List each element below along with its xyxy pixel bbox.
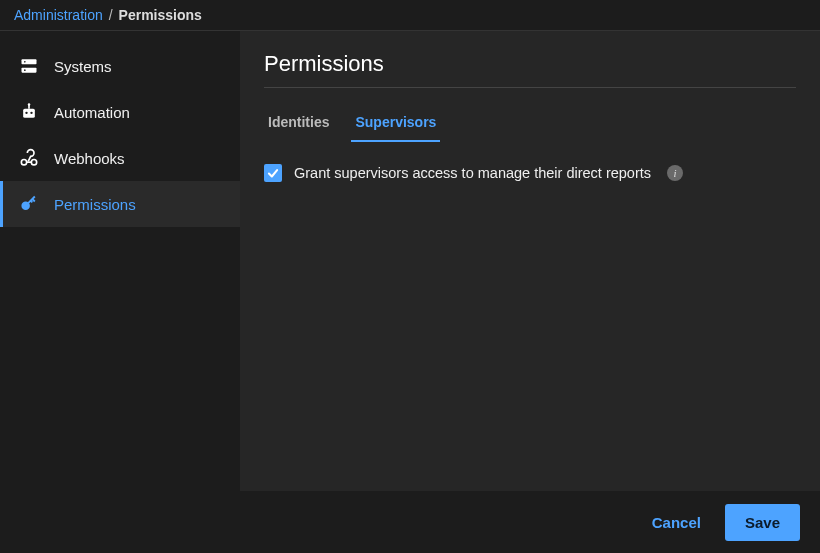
sidebar-item-label: Systems bbox=[54, 58, 112, 75]
cancel-button[interactable]: Cancel bbox=[646, 506, 707, 539]
sidebar-item-permissions[interactable]: Permissions bbox=[0, 181, 240, 227]
save-button[interactable]: Save bbox=[725, 504, 800, 541]
sidebar-item-label: Webhooks bbox=[54, 150, 125, 167]
breadcrumb-separator: / bbox=[109, 7, 113, 23]
tab-content: Grant supervisors access to manage their… bbox=[264, 142, 796, 491]
page-title: Permissions bbox=[264, 51, 796, 88]
tab-identities[interactable]: Identities bbox=[264, 106, 333, 142]
svg-point-6 bbox=[28, 103, 31, 106]
grant-supervisors-label: Grant supervisors access to manage their… bbox=[294, 165, 651, 181]
svg-point-3 bbox=[24, 69, 26, 71]
svg-point-7 bbox=[25, 112, 27, 114]
svg-rect-1 bbox=[22, 68, 37, 73]
svg-point-2 bbox=[24, 61, 26, 63]
svg-point-8 bbox=[30, 112, 32, 114]
key-icon bbox=[18, 193, 40, 215]
sidebar-item-label: Permissions bbox=[54, 196, 136, 213]
systems-icon bbox=[18, 55, 40, 77]
sidebar-item-webhooks[interactable]: Webhooks bbox=[0, 135, 240, 181]
tab-supervisors[interactable]: Supervisors bbox=[351, 106, 440, 142]
webhooks-icon bbox=[18, 147, 40, 169]
check-icon bbox=[266, 166, 280, 180]
sidebar-item-automation[interactable]: Automation bbox=[0, 89, 240, 135]
svg-point-11 bbox=[22, 202, 29, 209]
svg-rect-0 bbox=[22, 59, 37, 64]
sidebar: Systems Automation Webhooks Permissions bbox=[0, 31, 240, 491]
grant-supervisors-row: Grant supervisors access to manage their… bbox=[264, 164, 796, 182]
sidebar-item-label: Automation bbox=[54, 104, 130, 121]
footer: Cancel Save bbox=[0, 491, 820, 553]
sidebar-item-systems[interactable]: Systems bbox=[0, 43, 240, 89]
automation-icon bbox=[18, 101, 40, 123]
grant-supervisors-checkbox[interactable] bbox=[264, 164, 282, 182]
svg-point-9 bbox=[21, 160, 26, 165]
breadcrumb: Administration / Permissions bbox=[0, 0, 820, 31]
tabs: Identities Supervisors bbox=[264, 106, 796, 142]
breadcrumb-parent[interactable]: Administration bbox=[14, 7, 103, 23]
info-icon[interactable]: i bbox=[667, 165, 683, 181]
breadcrumb-current: Permissions bbox=[119, 7, 202, 23]
svg-rect-4 bbox=[23, 109, 35, 118]
svg-point-10 bbox=[31, 160, 36, 165]
main-panel: Permissions Identities Supervisors Grant… bbox=[240, 31, 820, 491]
